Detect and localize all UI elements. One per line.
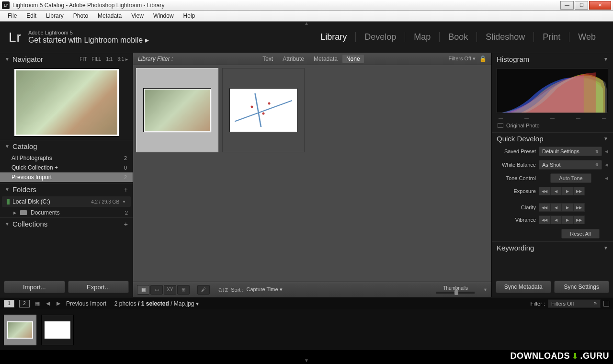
filmstrip: ▼ xyxy=(0,309,613,350)
module-web[interactable]: Web xyxy=(569,32,604,42)
zoom-3to1[interactable]: 3:1 ▸ xyxy=(117,57,128,62)
add-collection-icon[interactable]: + xyxy=(124,220,128,228)
grid-view-button[interactable]: ▦ xyxy=(137,285,149,295)
navigator-preview[interactable] xyxy=(14,69,119,136)
quickdev-header[interactable]: Quick Develop ▼ xyxy=(492,132,613,145)
grid-icon[interactable]: ▦ xyxy=(34,301,40,307)
filters-off-dropdown[interactable]: Filters Off ▾ xyxy=(448,56,476,62)
saved-preset-label: Saved Preset xyxy=(497,148,536,154)
saved-preset-dropdown[interactable]: Default Settings⇅ xyxy=(539,147,602,156)
watermark: DOWNLOADS⬇.GURU xyxy=(511,351,610,361)
folders-title: Folders xyxy=(12,185,36,193)
sort-dropdown[interactable]: Capture Time ▾ xyxy=(247,286,283,293)
collapse-bottom-icon[interactable]: ▼ xyxy=(304,358,309,363)
close-button[interactable]: ✕ xyxy=(589,1,611,10)
expand-icon[interactable]: ◀ xyxy=(605,162,608,167)
wb-dropdown[interactable]: As Shot⇅ xyxy=(539,160,602,170)
folders-header[interactable]: ▼ Folders + xyxy=(0,183,133,195)
filter-text[interactable]: Text xyxy=(258,56,278,62)
menu-metadata[interactable]: Metadata xyxy=(93,11,126,20)
filmstrip-header: 1 2 ▦ ◀ ▶ Previous Import 2 photos / 1 s… xyxy=(0,297,613,309)
collapse-top-icon[interactable]: ▲ xyxy=(304,21,309,26)
menu-file[interactable]: File xyxy=(3,11,22,20)
add-folder-icon[interactable]: + xyxy=(124,186,128,193)
current-file[interactable]: / Map.jpg ▾ xyxy=(170,300,199,307)
zoom-1to1[interactable]: 1:1 xyxy=(106,57,113,62)
catalog-previous-import[interactable]: Previous Import 2 xyxy=(0,172,133,182)
nav-back-icon[interactable]: ◀ xyxy=(45,301,51,307)
chevron-down-icon: ▼ xyxy=(603,57,608,62)
module-print[interactable]: Print xyxy=(534,32,569,42)
compare-view-button[interactable]: XY xyxy=(164,285,176,295)
catalog-all-photos[interactable]: All Photographs 2 xyxy=(0,153,133,163)
toolbar-menu-icon[interactable]: ▼ xyxy=(483,287,488,292)
menu-photo[interactable]: Photo xyxy=(68,11,93,20)
collections-header[interactable]: ▼ Collections + xyxy=(0,217,133,230)
painter-tool-button[interactable]: 🖌 xyxy=(197,285,210,295)
module-book[interactable]: Book xyxy=(439,32,477,42)
menu-edit[interactable]: Edit xyxy=(22,11,41,20)
expand-icon[interactable]: ◀ xyxy=(605,176,608,181)
menu-library[interactable]: Library xyxy=(41,11,68,20)
auto-tone-button[interactable]: Auto Tone xyxy=(550,173,591,183)
sync-metadata-button[interactable]: Sync Metadata xyxy=(496,281,551,293)
second-screen-button[interactable]: 2 xyxy=(19,300,30,307)
filmstrip-thumb-2[interactable] xyxy=(41,315,74,345)
sort-direction-icon[interactable]: a↓z xyxy=(218,286,228,293)
module-develop[interactable]: Develop xyxy=(355,32,405,42)
exposure-stepper[interactable]: ◀◀◀▶▶▶ xyxy=(539,187,585,195)
menu-window[interactable]: Window xyxy=(148,11,179,20)
checkbox-icon[interactable] xyxy=(498,123,503,128)
folder-documents[interactable]: ▶ Documents 2 xyxy=(0,208,133,217)
catalog-header[interactable]: ▼ Catalog xyxy=(0,140,133,152)
mobile-tagline[interactable]: Get started with Lightroom mobile ▸ xyxy=(28,35,149,45)
loupe-view-button[interactable]: ▭ xyxy=(150,285,163,295)
filter-lock-icon[interactable]: 🔓 xyxy=(479,56,487,62)
clarity-stepper[interactable]: ◀◀◀▶▶▶ xyxy=(539,203,585,212)
chevron-down-icon[interactable]: ▼ xyxy=(122,200,126,204)
sync-settings-button[interactable]: Sync Settings xyxy=(554,281,610,293)
thumb-size-slider[interactable] xyxy=(436,292,475,294)
filter-none[interactable]: None xyxy=(342,55,364,63)
vibrance-stepper[interactable]: ◀◀◀▶▶▶ xyxy=(539,216,585,224)
thumbnail-2[interactable] xyxy=(222,68,305,152)
source-name[interactable]: Previous Import xyxy=(66,300,106,307)
chevron-down-icon: ▼ xyxy=(603,245,608,250)
filter-switch-icon[interactable] xyxy=(603,301,609,307)
zoom-fit[interactable]: FIT xyxy=(79,57,87,62)
menu-help[interactable]: Help xyxy=(179,11,200,20)
original-photo-toggle[interactable]: Original Photo xyxy=(492,121,613,132)
app-icon: Lr xyxy=(2,1,10,9)
histogram[interactable] xyxy=(497,68,608,113)
expand-icon[interactable]: ▶ xyxy=(13,211,16,215)
filter-label: Library Filter : xyxy=(138,56,173,62)
menu-bar: File Edit Library Photo Metadata View Wi… xyxy=(0,11,613,22)
module-library[interactable]: Library xyxy=(312,32,355,42)
menu-view[interactable]: View xyxy=(126,11,148,20)
histogram-header[interactable]: Histogram ▼ xyxy=(492,53,613,65)
thumbnail-1[interactable] xyxy=(136,68,218,152)
expand-icon[interactable]: ◀ xyxy=(605,149,608,154)
survey-view-button[interactable]: ⊞ xyxy=(177,285,190,295)
wb-label: White Balance xyxy=(497,162,536,168)
reset-all-button[interactable]: Reset All xyxy=(561,229,600,239)
thumbnail-grid xyxy=(133,65,491,282)
catalog-quick-collection[interactable]: Quick Collection + 0 xyxy=(0,163,133,172)
identity-plate: ▲ Lr Adobe Lightroom 5 Get started with … xyxy=(0,22,613,53)
main-screen-button[interactable]: 1 xyxy=(4,300,14,307)
maximize-button[interactable]: ☐ xyxy=(575,1,588,10)
zoom-fill[interactable]: FILL xyxy=(91,57,101,62)
keywording-header[interactable]: Keywording ▼ xyxy=(492,241,613,254)
export-button[interactable]: Export... xyxy=(68,281,129,293)
filter-metadata[interactable]: Metadata xyxy=(309,56,342,62)
filmstrip-filter-dropdown[interactable]: Filters Off⇅ xyxy=(548,299,601,308)
import-button[interactable]: Import... xyxy=(4,281,65,293)
navigator-header[interactable]: ▼ Navigator FIT FILL 1:1 3:1 ▸ xyxy=(0,53,133,65)
folder-drive[interactable]: Local Disk (C:) 4.2 / 29.3 GB ▼ xyxy=(2,196,131,207)
module-slideshow[interactable]: Slideshow xyxy=(477,32,534,42)
minimize-button[interactable]: — xyxy=(560,1,574,10)
module-map[interactable]: Map xyxy=(405,32,439,42)
nav-fwd-icon[interactable]: ▶ xyxy=(56,301,61,307)
filmstrip-thumb-1[interactable] xyxy=(4,315,36,345)
filter-attribute[interactable]: Attribute xyxy=(278,56,309,62)
